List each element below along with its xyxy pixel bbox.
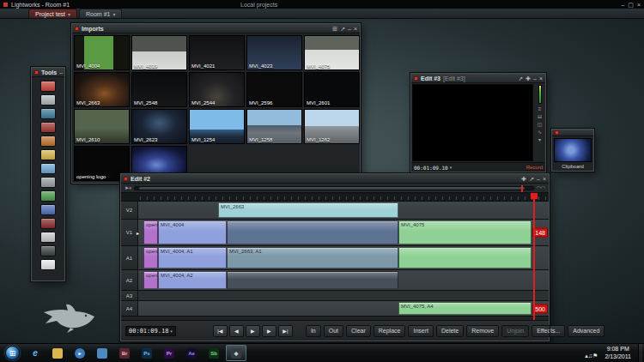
taskbar-after-effects-icon[interactable]: Ae: [181, 345, 202, 361]
action-center-flag-icon[interactable]: ⚑: [592, 353, 598, 359]
edit2-titlebar[interactable]: Edit #2 ✚↗–×: [121, 174, 549, 184]
folder-tool-icon[interactable]: [40, 149, 56, 160]
taskbar-soundbooth-icon[interactable]: Sb: [204, 345, 224, 361]
timeline-clip[interactable]: MVI_4075: [398, 220, 532, 244]
mark-icon[interactable]: ⊟: [538, 114, 542, 119]
track-header-v1[interactable]: V1▸: [121, 220, 138, 245]
play-button[interactable]: ▶: [246, 325, 260, 337]
track-lane-a4[interactable]: MVI_4075, A4500: [138, 301, 549, 316]
taskbar-photoshop-icon[interactable]: Ps: [137, 345, 157, 361]
go-to-start-button[interactable]: |◀: [213, 325, 228, 337]
play-tool-icon[interactable]: [40, 204, 56, 215]
timeline-ruler[interactable]: [121, 193, 549, 202]
import-thumbnail[interactable]: MVI_4075: [304, 35, 360, 70]
in-button[interactable]: In: [306, 325, 321, 337]
options-icon[interactable]: ▾: [538, 137, 541, 142]
taskbar-explorer-folder-icon[interactable]: [47, 345, 68, 361]
taskbar-clock[interactable]: 9:08 PM 2/13/2011: [601, 346, 635, 359]
clipboard-thumbnail[interactable]: [554, 138, 592, 162]
mixer-tool-icon[interactable]: [40, 177, 56, 188]
taskbar-internet-explorer-icon[interactable]: e: [25, 345, 46, 361]
track-lane-v1[interactable]: openingMVI_4004MVI_4075148: [138, 220, 549, 245]
target-tool-icon[interactable]: ⌖: [129, 185, 131, 190]
timeline-clip[interactable]: MVI_4004, A2: [158, 271, 227, 289]
import-thumbnail[interactable]: MVI_2663: [74, 72, 130, 107]
titles-tool-icon[interactable]: [40, 163, 56, 174]
minimize-icon[interactable]: –: [348, 26, 351, 32]
delete-tool-icon[interactable]: [40, 218, 56, 229]
track-lane-v2[interactable]: MVI_2663: [138, 202, 549, 219]
expand-icon[interactable]: ↗: [529, 176, 534, 182]
clear-button[interactable]: Clear: [346, 325, 371, 337]
remove-button[interactable]: Remove: [466, 325, 499, 337]
import-thumbnail[interactable]: MVI_2601: [304, 72, 360, 107]
menu-icon[interactable]: ≡: [538, 106, 542, 112]
app-titlebar[interactable]: Lightworks - Room #1 Local projects –▢×: [0, 0, 644, 9]
close-icon[interactable]: ×: [354, 26, 357, 32]
import-thumbnail[interactable]: MVI_1262: [304, 109, 360, 144]
import-thumbnail[interactable]: MVI_1254: [189, 109, 245, 144]
minimize-icon[interactable]: –: [537, 176, 540, 182]
import-thumbnail[interactable]: MVI_1258: [246, 109, 302, 144]
import-tool-icon[interactable]: [40, 259, 56, 270]
record-label[interactable]: Record: [526, 165, 543, 170]
edit3-timecode[interactable]: 00:01:09.10: [414, 165, 448, 171]
import-thumbnail[interactable]: MVI_4004: [74, 35, 130, 70]
timeline-clip[interactable]: [227, 220, 398, 244]
export-tool-icon[interactable]: [40, 190, 56, 202]
taskbar-media-player-icon[interactable]: ▸: [70, 345, 90, 361]
go-to-end-button[interactable]: ▶|: [278, 325, 293, 337]
track-lane-a3[interactable]: [138, 291, 549, 300]
timeline-clip[interactable]: opening: [143, 247, 158, 268]
import-thumbnail[interactable]: MVI_2548: [131, 72, 187, 107]
close-icon[interactable]: ×: [637, 2, 641, 8]
timeline-clip[interactable]: MVI_4004, A1: [158, 247, 227, 268]
edit3-titlebar[interactable]: Edit #3 [Edit #3] ↗✚–×: [411, 74, 545, 83]
maximize-icon[interactable]: ▢: [628, 2, 634, 8]
timeline-clip[interactable]: [227, 271, 398, 289]
record-tool-icon[interactable]: [40, 81, 56, 92]
taskbar-lightworks-icon[interactable]: ◆: [226, 345, 246, 361]
delete-button[interactable]: Delete: [436, 325, 464, 337]
minimize-icon[interactable]: –: [533, 75, 537, 81]
unjoin-button[interactable]: Unjoin: [501, 325, 529, 337]
out-button[interactable]: Out: [324, 325, 343, 337]
timeline-clip[interactable]: MVI_4075, A4: [398, 302, 532, 315]
keyboard-tool-icon[interactable]: [40, 232, 56, 243]
audio-wave-icon[interactable]: ∿: [538, 130, 542, 135]
track-header-a3[interactable]: A3: [121, 291, 138, 300]
import-thumbnail[interactable]: MVI_2596: [246, 72, 302, 107]
import-thumbnail[interactable]: MVI_2610: [74, 109, 130, 144]
taskbar-adobe-bridge-icon[interactable]: Br: [114, 345, 135, 361]
import-thumbnail[interactable]: MVI_4019: [131, 35, 187, 70]
timeline-clip[interactable]: MVI_4004: [158, 220, 227, 244]
view-grid-icon[interactable]: ⊞: [332, 26, 337, 32]
close-icon[interactable]: ×: [543, 176, 546, 182]
track-header-v2[interactable]: V2: [121, 202, 138, 219]
expand-icon[interactable]: ↗: [518, 75, 523, 81]
expand-icon[interactable]: ↗: [340, 26, 345, 32]
taskbar-photo-viewer-icon[interactable]: [92, 345, 112, 361]
effects-button[interactable]: Effects...: [532, 325, 565, 337]
track-lane-a2[interactable]: openingMVI_4004, A2: [138, 270, 549, 290]
headphones-icon[interactable]: ◠: [541, 185, 545, 190]
import-thumbnail[interactable]: MVI_2623: [131, 109, 187, 144]
track-lane-a1[interactable]: openingMVI_4004, A1MVI_2663, A1: [138, 246, 549, 269]
show-desktop-button[interactable]: [638, 344, 642, 362]
settings-tool-icon[interactable]: [40, 245, 56, 256]
step-forward-button[interactable]: ▶: [262, 325, 276, 337]
track-header-a1[interactable]: A1: [121, 246, 138, 269]
bins-tool-icon[interactable]: [40, 108, 56, 119]
timeline-clip[interactable]: opening: [143, 220, 158, 244]
trim-tool-icon[interactable]: [40, 122, 56, 133]
import-thumbnail[interactable]: MVI_4023: [246, 35, 302, 70]
track-header-a4[interactable]: A4: [121, 301, 138, 316]
start-button[interactable]: ⊞: [5, 346, 20, 360]
source-viewer-tool-icon[interactable]: [40, 94, 56, 106]
pin-icon[interactable]: ✚: [521, 176, 526, 182]
tab-project-test[interactable]: Project test▾: [28, 9, 77, 18]
playhead[interactable]: [533, 193, 535, 320]
pin-icon[interactable]: ✚: [526, 75, 531, 81]
import-thumbnail[interactable]: MVI_4021: [189, 35, 245, 70]
timeline-clip[interactable]: MVI_2663, A1: [227, 247, 398, 268]
